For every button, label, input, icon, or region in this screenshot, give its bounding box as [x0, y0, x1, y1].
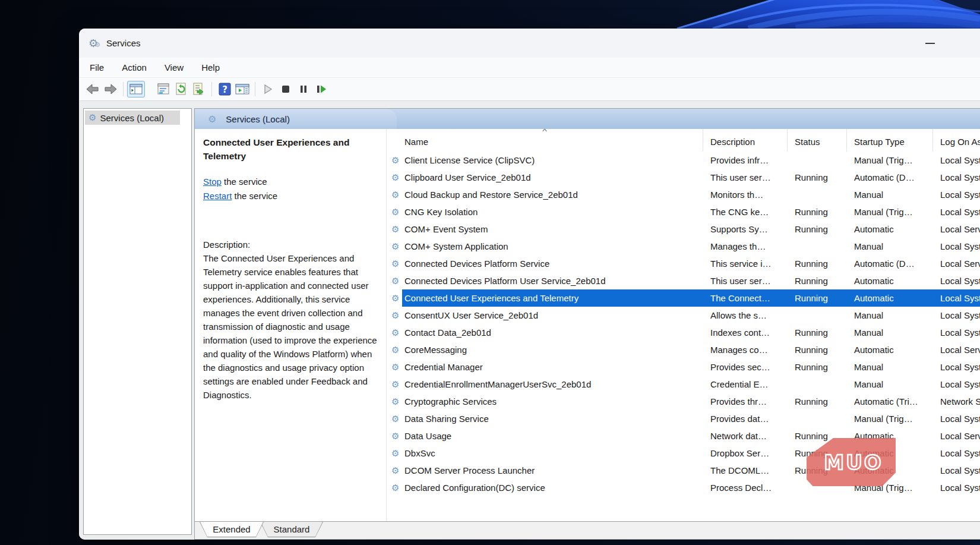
forward-icon[interactable] [102, 81, 119, 97]
service-name: Connected User Experiences and Telemetry [404, 293, 578, 303]
service-startup-cell: Automatic [847, 341, 933, 358]
menu-action[interactable]: Action [115, 60, 154, 75]
service-row[interactable]: ⚙Connected Devices Platform User Service… [387, 272, 980, 289]
service-logon-cell: Local Service [933, 427, 980, 445]
service-name: COM+ System Application [404, 241, 508, 251]
tab-standard[interactable]: Standard [260, 522, 323, 537]
help-icon[interactable]: ? [216, 81, 233, 97]
service-status-cell: Running [788, 255, 847, 272]
service-logon-cell: Local System [933, 410, 980, 427]
service-description-cell: Manages co… [703, 341, 788, 358]
service-name: Contact Data_2eb01d [404, 327, 491, 338]
service-name: Connected Devices Platform User Service_… [404, 276, 606, 286]
pane-header-title: Services (Local) [226, 114, 290, 124]
service-row[interactable]: ⚙Cloud Backup and Restore Service_2eb01d… [387, 186, 980, 203]
column-header-name[interactable]: ^ Name [387, 129, 703, 152]
service-row[interactable]: ⚙Connected Devices Platform Service This… [387, 255, 980, 272]
minimize-button[interactable] [916, 29, 944, 58]
service-name: Declared Configuration(DC) service [404, 483, 545, 493]
properties-icon[interactable] [154, 81, 172, 97]
description-label: Description: [203, 238, 379, 251]
service-status-cell: Running [788, 289, 847, 307]
services-gear-icon: ⚙⚙ [88, 38, 100, 49]
services-gear-icon: ⚙ [208, 114, 216, 125]
service-gear-icon: ⚙ [391, 396, 404, 407]
service-description-cell: Provides dat… [703, 410, 788, 427]
service-name: CNG Key Isolation [404, 207, 478, 217]
service-description-cell: Monitors th… [703, 186, 788, 203]
restart-service-link[interactable]: Restart [203, 191, 232, 201]
service-row[interactable]: ⚙Client License Service (ClipSVC) Provid… [387, 152, 980, 169]
service-gear-icon: ⚙ [391, 172, 404, 183]
service-status-cell [788, 376, 847, 393]
service-name: Data Usage [404, 431, 451, 441]
restart-service-icon[interactable] [312, 81, 330, 97]
service-gear-icon: ⚙ [391, 345, 404, 355]
service-name: Cryptographic Services [404, 396, 497, 407]
service-row[interactable]: ⚙COM+ Event System Supports Sy… Running … [387, 220, 980, 238]
service-row[interactable]: ⚙COM+ System Application Manages th… Man… [387, 238, 980, 255]
export-list-icon[interactable] [190, 81, 208, 97]
column-header-description[interactable]: Description [703, 129, 788, 152]
stop-service-line: Stop the service [203, 175, 379, 189]
service-description-cell: The DCOML… [703, 462, 788, 479]
service-gear-icon: ⚙ [391, 155, 404, 166]
column-header-log-on-as[interactable]: Log On As [933, 129, 980, 152]
service-row[interactable]: ⚙CNG Key Isolation The CNG ke… Running M… [387, 203, 980, 220]
service-row[interactable]: ⚙Connected User Experiences and Telemetr… [387, 289, 980, 307]
service-gear-icon: ⚙ [391, 259, 404, 269]
show-hide-console-tree-icon[interactable] [127, 81, 145, 97]
column-header-startup-type[interactable]: Startup Type [847, 129, 933, 152]
menu-help[interactable]: Help [194, 60, 227, 75]
service-description-cell: Allows the s… [703, 307, 788, 324]
service-name: CoreMessaging [404, 345, 467, 355]
service-row[interactable]: ⚙Clipboard User Service_2eb01d This user… [387, 169, 980, 186]
service-description-cell: Indexes cont… [703, 324, 788, 341]
menu-file[interactable]: File [83, 60, 111, 75]
tree-item-services-local[interactable]: ⚙ Services (Local) [85, 111, 180, 125]
service-row[interactable]: ⚙CredentialEnrollmentManagerUserSvc_2eb0… [387, 376, 980, 393]
stop-service-icon[interactable] [277, 81, 295, 97]
service-row[interactable]: ⚙Contact Data_2eb01d Indexes cont… Runni… [387, 324, 980, 341]
service-startup-cell: Automatic (D… [847, 169, 933, 186]
tab-extended[interactable]: Extended [200, 522, 264, 537]
menu-view[interactable]: View [157, 60, 191, 75]
service-row[interactable]: ⚙ConsentUX User Service_2eb01d Allows th… [387, 307, 980, 324]
stop-service-link[interactable]: Stop [203, 177, 222, 187]
service-logon-cell: Local System [933, 289, 980, 307]
service-name: Connected Devices Platform Service [404, 259, 549, 269]
service-logon-cell: Local Service [933, 220, 980, 238]
start-service-icon[interactable] [259, 81, 277, 97]
service-startup-cell: Manual [847, 324, 933, 341]
service-row[interactable]: ⚙Declared Configuration(DC) service Proc… [387, 479, 980, 496]
pause-service-icon[interactable] [295, 81, 312, 97]
service-row[interactable]: ⚙Credential Manager Provides sec… Runnin… [387, 358, 980, 376]
muo-watermark-text: MUO [819, 451, 883, 474]
maximize-button[interactable] [972, 29, 980, 58]
service-row[interactable]: ⚙Data Sharing Service Provides dat… Manu… [387, 410, 980, 427]
toolbar-separator [211, 82, 212, 96]
service-gear-icon: ⚙ [391, 207, 404, 218]
service-startup-cell: Automatic [847, 289, 933, 307]
service-row[interactable]: ⚙CoreMessaging Manages co… Running Autom… [387, 341, 980, 358]
refresh-icon[interactable] [172, 81, 190, 97]
service-startup-cell: Automatic [847, 272, 933, 289]
service-row[interactable]: ⚙Cryptographic Services Provides thr… Ru… [387, 393, 980, 410]
service-logon-cell: Local System [933, 376, 980, 393]
service-description-cell: Dropbox Ser… [703, 445, 788, 462]
service-description-cell: The Connect… [703, 289, 788, 307]
service-gear-icon: ⚙ [391, 483, 404, 493]
show-hide-action-pane-icon[interactable] [233, 81, 251, 97]
back-icon[interactable] [84, 81, 102, 97]
service-status-cell: Running [788, 203, 847, 220]
service-logon-cell: Local System [933, 358, 980, 376]
service-gear-icon: ⚙ [391, 327, 404, 338]
service-logon-cell: Local System [933, 324, 980, 341]
description-text: The Connected User Experiences and Telem… [203, 251, 379, 402]
service-logon-cell: Local System [933, 445, 980, 462]
service-gear-icon: ⚙ [391, 241, 404, 252]
service-gear-icon: ⚙ [391, 310, 404, 321]
service-description-cell: Provides thr… [703, 393, 788, 410]
column-header-status[interactable]: Status [788, 129, 847, 152]
service-description-cell: Credential E… [703, 376, 788, 393]
